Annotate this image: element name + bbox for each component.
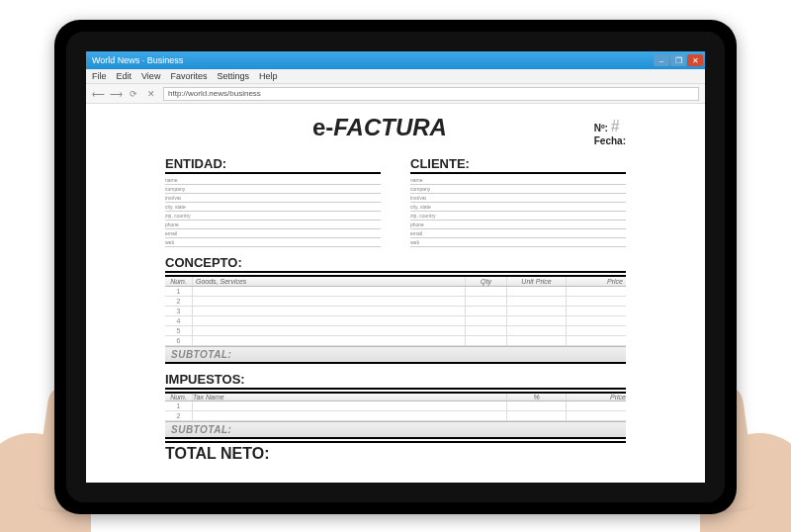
- refresh-icon[interactable]: ⟳: [128, 88, 139, 100]
- col-tax-name: Tax Name: [193, 394, 507, 400]
- address-bar[interactable]: [163, 87, 699, 101]
- invoice-number-label: Nº:: [594, 123, 608, 133]
- entity-row: web: [165, 238, 381, 247]
- stop-icon[interactable]: ✕: [145, 88, 157, 100]
- client-row: email: [410, 229, 626, 238]
- client-section: CLIENTE: name company inst/vat city, sta…: [410, 156, 626, 247]
- tablet-screen: World News · Business – ❐ ✕ File Edit Vi…: [86, 51, 705, 483]
- invoice-document: e-FACTURA Nº: # Fecha: ENTIDAD: name com…: [86, 104, 705, 483]
- total-neto: TOTAL NETO:: [165, 441, 626, 463]
- col-qty: Qty: [466, 277, 507, 286]
- menu-settings[interactable]: Settings: [217, 71, 249, 81]
- menu-favorites[interactable]: Favorites: [170, 71, 207, 81]
- table-row: 3: [165, 307, 626, 316]
- client-row: inst/vat: [410, 194, 626, 203]
- table-row: 5: [165, 326, 626, 336]
- invoice-title: e-FACTURA: [312, 114, 447, 141]
- client-row: zip, country: [410, 212, 626, 221]
- client-row: name: [410, 176, 626, 185]
- forward-icon[interactable]: ⟶: [110, 88, 122, 100]
- col-price: Price: [567, 277, 626, 286]
- invoice-meta: Nº: # Fecha:: [594, 118, 626, 146]
- concept-section: CONCEPTO: Num. Goods, Services Qty Unit …: [165, 255, 626, 364]
- concept-table-header: Num. Goods, Services Qty Unit Price Pric…: [165, 275, 626, 287]
- entity-row: email: [165, 229, 381, 238]
- col-desc: Goods, Services: [193, 277, 466, 286]
- table-row: 2: [165, 411, 626, 421]
- window-buttons: – ❐ ✕: [654, 54, 703, 66]
- taxes-heading: IMPUESTOS:: [165, 372, 626, 390]
- taxes-section: IMPUESTOS: Num. Tax Name % Price 1 2 SUB…: [165, 372, 626, 439]
- browser-toolbar: ⟵ ⟶ ⟳ ✕: [86, 84, 705, 104]
- entity-heading: ENTIDAD:: [165, 156, 381, 174]
- menu-help[interactable]: Help: [259, 71, 278, 81]
- entity-row: inst/vat: [165, 194, 381, 203]
- client-row: city, state: [410, 203, 626, 212]
- invoice-number-placeholder: #: [611, 118, 620, 134]
- taxes-table-header: Num. Tax Name % Price: [165, 392, 626, 401]
- close-button[interactable]: ✕: [687, 54, 703, 66]
- entity-row: zip, country: [165, 212, 381, 221]
- entity-rows: name company inst/vat city, state zip, c…: [165, 176, 381, 247]
- menu-bar: File Edit View Favorites Settings Help: [86, 69, 705, 84]
- table-row: 4: [165, 316, 626, 326]
- table-row: 1: [165, 401, 626, 411]
- entity-row: phone: [165, 221, 381, 229]
- entity-row: city, state: [165, 203, 381, 212]
- menu-view[interactable]: View: [141, 71, 160, 81]
- client-heading: CLIENTE:: [410, 156, 626, 174]
- col-pct: %: [507, 394, 567, 400]
- concept-heading: CONCEPTO:: [165, 255, 626, 273]
- menu-edit[interactable]: Edit: [117, 71, 132, 81]
- back-icon[interactable]: ⟵: [92, 88, 104, 100]
- concept-subtotal: SUBTOTAL:: [165, 346, 626, 364]
- table-row: 6: [165, 336, 626, 346]
- client-rows: name company inst/vat city, state zip, c…: [410, 176, 626, 247]
- table-row: 2: [165, 297, 626, 307]
- entity-section: ENTIDAD: name company inst/vat city, sta…: [165, 156, 381, 247]
- table-row: 1: [165, 287, 626, 297]
- scene: World News · Business – ❐ ✕ File Edit Vi…: [0, 0, 791, 532]
- entity-row: name: [165, 176, 381, 185]
- minimize-button[interactable]: –: [654, 54, 669, 66]
- client-row: phone: [410, 221, 626, 229]
- col-num: Num.: [165, 394, 193, 400]
- col-num: Num.: [165, 277, 193, 286]
- col-price: Price: [567, 394, 626, 400]
- window-title: World News · Business: [92, 55, 183, 65]
- window-titlebar: World News · Business – ❐ ✕: [86, 51, 705, 69]
- tablet-device: World News · Business – ❐ ✕ File Edit Vi…: [54, 20, 737, 514]
- invoice-date-label: Fecha:: [594, 135, 626, 146]
- taxes-subtotal: SUBTOTAL:: [165, 421, 626, 439]
- client-row: company: [410, 185, 626, 194]
- maximize-button[interactable]: ❐: [670, 54, 686, 66]
- col-unit-price: Unit Price: [507, 277, 567, 286]
- client-row: web: [410, 238, 626, 247]
- menu-file[interactable]: File: [92, 71, 107, 81]
- entity-row: company: [165, 185, 381, 194]
